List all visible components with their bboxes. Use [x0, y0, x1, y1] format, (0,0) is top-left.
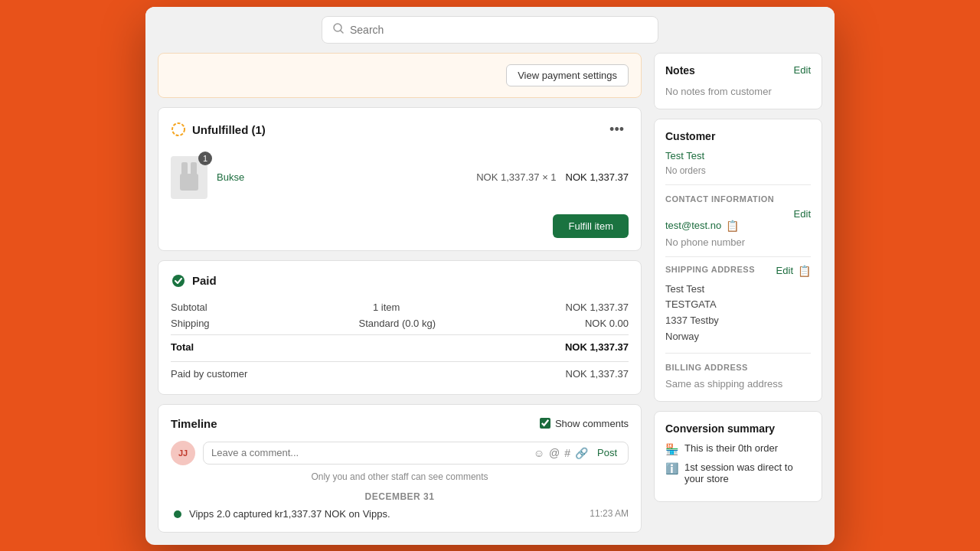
comment-box: JJ ☺ @ # 🔗 Post: [171, 441, 629, 465]
payment-banner: View payment settings: [158, 53, 642, 98]
timeline-entry-time: 11:23 AM: [590, 508, 629, 519]
notes-card: Notes Edit No notes from customer: [654, 53, 822, 109]
comment-hint: Only you and other staff can see comment…: [171, 471, 629, 482]
unfulfilled-card: Unfulfilled (1) ••• 1: [158, 107, 642, 251]
customer-card: Customer Test Test No orders CONTACT INF…: [654, 119, 822, 402]
paid-title: Paid: [171, 273, 629, 289]
customer-header: Customer: [665, 130, 811, 142]
item-total: NOK 1,337.37: [566, 171, 629, 183]
unfulfilled-title: Unfulfilled (1): [171, 122, 266, 137]
copy-shipping-icon[interactable]: 📋: [798, 265, 811, 277]
search-bar[interactable]: [322, 16, 658, 44]
paid-by-value: NOK 1,337.37: [566, 368, 629, 380]
right-panel: Notes Edit No notes from customer Custom…: [654, 53, 822, 533]
svg-point-2: [172, 123, 185, 135]
timeline-dot: [174, 510, 181, 518]
timeline-date: December 31: [171, 491, 629, 502]
comment-icons: ☺ @ # 🔗: [534, 447, 588, 459]
shipping-actions: Edit 📋: [776, 265, 811, 277]
email-link[interactable]: test@test.no: [665, 220, 721, 231]
contact-row: test@test.no 📋: [665, 220, 811, 232]
shipping-edit-link[interactable]: Edit: [776, 265, 793, 276]
timeline-entry-text: Vipps 2.0 captured kr1,337.37 NOK on Vip…: [189, 508, 582, 520]
conversion-header: Conversion summary: [665, 422, 811, 435]
notes-edit-link[interactable]: Edit: [794, 64, 811, 76]
item-quantity-badge: 1: [198, 152, 212, 165]
item-name-link[interactable]: Bukse: [217, 171, 467, 183]
shipping-row: Shipping Standard (0.0 kg) NOK 0.00: [171, 315, 629, 331]
left-panel: View payment settings Unfulfilled (1) ••…: [158, 53, 642, 533]
total-label: Total: [171, 341, 194, 353]
conversion-card: Conversion summary 🏪 This is their 0th o…: [654, 411, 822, 502]
contact-edit-link[interactable]: Edit: [794, 208, 811, 220]
shipping-street: TESTGATA: [665, 298, 717, 310]
shipping-name: Test Test: [665, 283, 704, 295]
comment-input[interactable]: [211, 447, 528, 458]
billing-section-label: BILLING ADDRESS: [665, 363, 811, 372]
customer-orders: No orders: [665, 165, 706, 176]
conversion-session-item: ℹ️ 1st session was direct to your store: [665, 461, 811, 484]
comment-input-wrap[interactable]: ☺ @ # 🔗 Post: [203, 442, 629, 465]
shipping-value: NOK 0.00: [585, 318, 629, 329]
subtotal-qty: 1 item: [373, 302, 400, 313]
total-row: Total NOK 1,337.37: [171, 334, 629, 355]
no-notes-text: No notes from customer: [665, 86, 772, 97]
customer-name-link[interactable]: Test Test: [665, 150, 811, 161]
shipping-method: Standard (0.0 kg): [359, 318, 436, 329]
unfulfilled-status-icon: [171, 122, 186, 137]
main-content: View payment settings Unfulfilled (1) ••…: [145, 53, 835, 545]
svg-point-6: [172, 275, 185, 287]
svg-rect-5: [180, 174, 198, 191]
timeline-section: Timeline Show comments JJ ☺ @ #: [158, 404, 642, 533]
unfulfilled-header: Unfulfilled (1) •••: [171, 120, 629, 139]
avatar: JJ: [171, 441, 195, 465]
shipping-postal: 1337 Testby: [665, 315, 719, 326]
subtotal-value: NOK 1,337.37: [566, 302, 629, 313]
unfulfilled-label: Unfulfilled (1): [192, 123, 266, 136]
shipping-country: Norway: [665, 331, 699, 342]
conversion-order-text: This is their 0th order: [684, 442, 778, 454]
more-options-button[interactable]: •••: [605, 120, 629, 139]
conversion-order-item: 🏪 This is their 0th order: [665, 442, 811, 455]
svg-line-1: [341, 31, 343, 33]
mention-button[interactable]: @: [549, 447, 560, 459]
search-icon: [333, 23, 344, 37]
post-button[interactable]: Post: [594, 447, 620, 458]
main-window: View payment settings Unfulfilled (1) ••…: [145, 7, 835, 545]
no-phone-text: No phone number: [665, 236, 745, 248]
show-comments-checkbox[interactable]: [540, 418, 550, 429]
paid-by-label: Paid by customer: [171, 368, 247, 380]
conversion-order-icon: 🏪: [665, 443, 678, 455]
item-image-wrap: 1: [171, 156, 207, 199]
subtotal-label: Subtotal: [171, 302, 207, 313]
link-button[interactable]: 🔗: [575, 447, 588, 459]
item-price-per: NOK 1,337.37 × 1: [476, 171, 556, 183]
search-input[interactable]: [350, 24, 647, 36]
copy-email-icon[interactable]: 📋: [726, 220, 739, 232]
customer-title: Customer: [665, 130, 715, 142]
payment-card: Paid Subtotal 1 item NOK 1,337.37 Shippi…: [158, 260, 642, 395]
notes-title: Notes: [665, 64, 695, 77]
paid-status-icon: [171, 273, 186, 289]
fulfill-btn-row: Fulfill item: [171, 214, 629, 238]
contact-section-label: CONTACT INFORMATION: [665, 194, 811, 204]
timeline-title: Timeline: [171, 417, 217, 430]
subtotal-row: Subtotal 1 item NOK 1,337.37: [171, 299, 629, 315]
emoji-button[interactable]: ☺: [534, 447, 544, 459]
hashtag-button[interactable]: #: [564, 447, 570, 459]
shipping-section-label: SHIPPING ADDRESS: [665, 265, 755, 274]
notes-header: Notes Edit: [665, 64, 811, 77]
timeline-header: Timeline Show comments: [171, 417, 629, 430]
fulfill-item-button[interactable]: Fulfill item: [553, 214, 629, 238]
shipping-section-header: SHIPPING ADDRESS Edit 📋: [665, 265, 811, 277]
conversion-session-text: 1st session was direct to your store: [684, 461, 811, 484]
conversion-session-icon: ℹ️: [665, 462, 678, 474]
shipping-label: Shipping: [171, 318, 210, 329]
total-value: NOK 1,337.37: [565, 341, 629, 353]
contact-header-row: Edit: [665, 208, 811, 220]
billing-same-text: Same as shipping address: [665, 378, 782, 390]
order-item: 1 Bukse NOK 1,337.37 × 1 NOK 1,337.37: [171, 150, 629, 205]
conversion-title: Conversion summary: [665, 422, 775, 435]
show-comments-label: Show comments: [555, 418, 629, 429]
view-payment-settings-button[interactable]: View payment settings: [506, 64, 629, 86]
